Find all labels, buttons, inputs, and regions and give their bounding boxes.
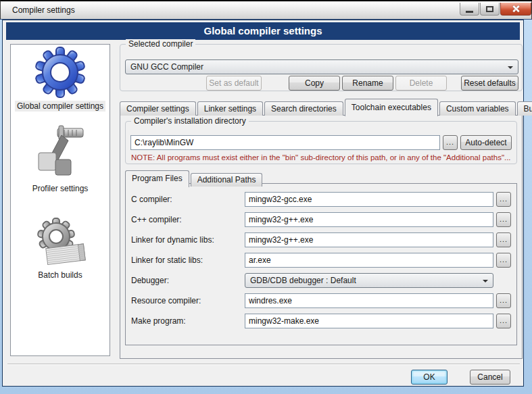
program-files-panel: C compiler: ... C++ compiler: ... Linker… xyxy=(125,183,517,345)
tab-program-files[interactable]: Program Files xyxy=(125,170,189,187)
installation-directory-group: Compiler's installation directory ... Au… xyxy=(125,121,517,164)
field-label: C compiler: xyxy=(131,195,245,204)
sidebar-item-label: Batch builds xyxy=(36,270,84,280)
reset-defaults-button[interactable]: Reset defaults xyxy=(461,76,518,91)
field-label: Linker for static libs: xyxy=(131,255,245,265)
browse-make-program-button[interactable]: ... xyxy=(496,314,511,328)
static-linker-input[interactable] xyxy=(245,253,493,268)
browse-c-compiler-button[interactable]: ... xyxy=(496,192,511,207)
field-row-resource-compiler: Resource compiler: ... xyxy=(131,293,511,308)
sidebar-item-batch-builds[interactable]: Batch builds xyxy=(11,215,110,280)
cpp-compiler-input[interactable] xyxy=(245,212,493,227)
field-row-c-compiler: C compiler: ... xyxy=(131,192,511,207)
c-compiler-input[interactable] xyxy=(245,192,493,207)
page-title: Global compiler settings xyxy=(6,22,520,40)
window-title: Compiler settings xyxy=(12,5,75,15)
field-row-cpp-compiler: C++ compiler: ... xyxy=(131,212,511,227)
selected-compiler-group-label: Selected compiler xyxy=(126,39,195,49)
tab-compiler-settings[interactable]: Compiler settings xyxy=(120,101,196,116)
debugger-select-value: GDB/CDB debugger : Default xyxy=(250,276,356,285)
footer-separator xyxy=(7,364,520,365)
field-label: Resource compiler: xyxy=(131,296,245,305)
dialog-body: Global compiler settings xyxy=(2,20,524,387)
browse-directory-button[interactable]: ... xyxy=(443,135,458,150)
tab-additional-paths[interactable]: Additional Paths xyxy=(191,173,263,187)
debugger-select[interactable]: GDB/CDB debugger : Default xyxy=(245,273,493,288)
program-files-tab-strip: Program Files Additional Paths xyxy=(125,170,264,187)
resource-compiler-input[interactable] xyxy=(245,293,493,308)
maximize-icon xyxy=(486,6,493,12)
field-row-dynamic-linker: Linker for dynamic libs: ... xyxy=(131,232,511,247)
dropdown-arrow-icon xyxy=(483,280,488,282)
sidebar-item-label: Global compiler settings xyxy=(15,101,105,112)
cancel-button[interactable]: Cancel xyxy=(470,370,510,385)
installation-directory-label: Compiler's installation directory xyxy=(131,116,249,126)
tab-build-options[interactable]: Build options xyxy=(517,101,532,116)
minimize-icon xyxy=(466,11,473,13)
dropdown-arrow-icon xyxy=(508,66,513,69)
field-row-make-program: Make program: ... xyxy=(131,314,511,328)
compiler-select[interactable]: GNU GCC Compiler xyxy=(125,59,518,74)
sidebar-item-label: Profiler settings xyxy=(30,183,91,194)
window-controls xyxy=(460,3,531,16)
tab-custom-variables[interactable]: Custom variables xyxy=(439,101,516,116)
blue-gear-icon xyxy=(34,46,87,99)
make-program-input[interactable] xyxy=(245,314,493,328)
maximize-button[interactable] xyxy=(480,3,500,16)
tab-search-directories[interactable]: Search directories xyxy=(264,101,343,116)
close-icon xyxy=(512,5,520,13)
dynamic-linker-input[interactable] xyxy=(245,232,493,247)
field-label: Debugger: xyxy=(131,276,245,285)
tab-toolchain-executables[interactable]: Toolchain executables xyxy=(345,99,438,116)
tab-linker-settings[interactable]: Linker settings xyxy=(197,101,263,116)
gear-stack-icon xyxy=(32,215,89,268)
browse-static-linker-button[interactable]: ... xyxy=(496,253,511,268)
compiler-select-value: GNU GCC Compiler xyxy=(130,62,203,72)
field-row-static-linker: Linker for static libs: ... xyxy=(131,253,511,268)
field-row-debugger: Debugger: GDB/CDB debugger : Default xyxy=(131,273,511,288)
browse-cpp-compiler-button[interactable]: ... xyxy=(496,212,511,227)
set-as-default-button[interactable]: Set as default xyxy=(206,76,262,91)
settings-category-list: Global compiler settings Pr xyxy=(10,44,110,356)
delete-button[interactable]: Delete xyxy=(395,76,447,91)
sidebar-item-profiler-settings[interactable]: Profiler settings xyxy=(11,124,110,194)
title-bar[interactable]: Compiler settings xyxy=(0,0,532,19)
minimize-button[interactable] xyxy=(460,3,479,16)
settings-tab-strip: Compiler settings Linker settings Search… xyxy=(120,98,532,116)
browse-resource-compiler-button[interactable]: ... xyxy=(496,293,511,308)
auto-detect-button[interactable]: Auto-detect xyxy=(460,135,512,150)
bin-subdirectory-note: NOTE: All programs must exist either in … xyxy=(131,153,511,162)
ok-button[interactable]: OK xyxy=(411,370,448,385)
sidebar-item-global-compiler-settings[interactable]: Global compiler settings xyxy=(11,46,110,112)
field-label: Linker for dynamic libs: xyxy=(131,235,245,245)
field-label: Make program: xyxy=(131,316,245,326)
installation-directory-input[interactable] xyxy=(130,135,440,150)
installation-directory-row: ... Auto-detect xyxy=(130,135,512,150)
field-label: C++ compiler: xyxy=(131,215,245,224)
close-button[interactable] xyxy=(500,3,531,16)
browse-dynamic-linker-button[interactable]: ... xyxy=(496,232,511,247)
copy-button[interactable]: Copy xyxy=(289,76,340,91)
selected-compiler-group: Selected compiler GNU GCC Compiler Set a… xyxy=(120,44,523,91)
caliper-icon xyxy=(33,124,87,181)
rename-button[interactable]: Rename xyxy=(342,76,393,91)
